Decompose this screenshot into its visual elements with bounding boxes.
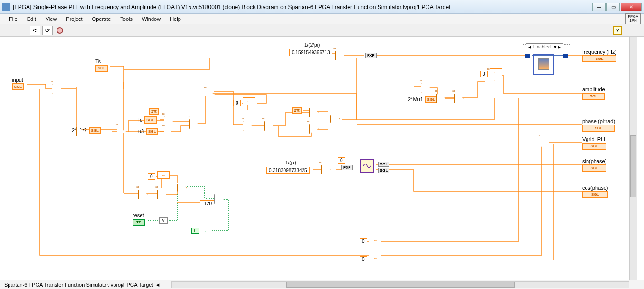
- probe-mode-label: Enabled: [531, 44, 553, 49]
- feedback-node-5[interactable]: ←: [369, 254, 381, 261]
- menu-operate[interactable]: Operate: [88, 15, 115, 23]
- titlebar[interactable]: [FPGA] Single-Phase PLL with Frequency a…: [0, 0, 644, 14]
- neg120-const[interactable]: -120: [200, 200, 214, 207]
- zero-const-6[interactable]: 0: [338, 157, 345, 164]
- false-const[interactable]: F: [191, 228, 199, 234]
- feedback-node-2[interactable]: ←: [157, 171, 170, 179]
- sin-type: SGL: [582, 164, 606, 172]
- feedback-node-4[interactable]: ←: [369, 236, 381, 243]
- freq-terminal[interactable]: frequency (Hz) SGL: [582, 49, 616, 62]
- zero-const-3[interactable]: 0: [480, 71, 488, 77]
- select-node-2[interactable]: [177, 183, 187, 193]
- menu-file[interactable]: File: [5, 15, 21, 23]
- status-arrow[interactable]: ◄: [155, 282, 160, 288]
- menubar: File Edit View Project Operate Tools Win…: [0, 14, 644, 24]
- statusbar: Spartan-6 FPGA Transfer Function Simulat…: [0, 280, 644, 289]
- multiply-vgrid[interactable]: ∞: [540, 138, 549, 148]
- add-op-r1[interactable]: ∞: [454, 94, 464, 103]
- zero-const-5[interactable]: 0: [360, 256, 367, 262]
- twopi-const-2[interactable]: 2π: [292, 107, 302, 114]
- input-terminal[interactable]: input SGL: [12, 77, 24, 90]
- ts-type: SGL: [95, 65, 108, 72]
- close-button[interactable]: ✕: [621, 3, 642, 11]
- multiply-ll1[interactable]: ∞: [138, 190, 148, 199]
- probe-conn-left: [525, 54, 530, 58]
- menu-view[interactable]: View: [42, 15, 61, 23]
- multiply-op-mid[interactable]: ∞: [321, 165, 331, 174]
- multiply-op-r2[interactable]: ∞: [436, 94, 446, 103]
- invpi-label: 1/(pi): [285, 160, 296, 165]
- fc-terminal[interactable]: fc SGL: [138, 116, 157, 124]
- multiply-op-r1[interactable]: ∞: [421, 83, 430, 93]
- multiply-op-5[interactable]: ∞: [164, 128, 173, 137]
- feedback-node-bool[interactable]: ←: [200, 227, 212, 234]
- sincos-function[interactable]: [360, 159, 374, 173]
- compare-op[interactable]: [309, 108, 319, 117]
- run-button[interactable]: ➪: [30, 26, 40, 35]
- amp-label: amplitude: [582, 87, 605, 92]
- vertical-scrollbar[interactable]: [629, 37, 637, 280]
- multiply-op-1[interactable]: ∞: [52, 84, 61, 94]
- probe-mode-selector[interactable]: ◀ Enabled ▼ ▶: [526, 43, 563, 50]
- multiply-op-2[interactable]: ∞: [76, 127, 86, 136]
- window-title: [FPGA] Single-Phase PLL with Frequency a…: [13, 4, 592, 10]
- zero-const-2[interactable]: 0: [148, 173, 155, 180]
- vscroll-thumb[interactable]: [630, 135, 636, 197]
- menu-edit[interactable]: Edit: [23, 15, 40, 23]
- feedback-node-1[interactable]: ←: [243, 97, 255, 105]
- vgrid-terminal[interactable]: Vgrid_PLL SGL: [582, 136, 606, 150]
- mu1-type: SGL: [425, 96, 437, 103]
- or-node[interactable]: v: [159, 217, 168, 224]
- fxp-tag-1: FXP: [365, 53, 377, 58]
- cos-type: SGL: [582, 191, 608, 198]
- menu-help[interactable]: Help: [166, 15, 185, 23]
- phase-type: SGL: [582, 125, 615, 132]
- add-op-3[interactable]: ∞: [264, 121, 274, 131]
- toolbar: ➪ ⟳ ?: [0, 24, 644, 37]
- sin-terminal[interactable]: sin(phase) SGL: [582, 158, 606, 172]
- menu-tools[interactable]: Tools: [116, 15, 136, 23]
- probe-conn-right: [563, 54, 568, 58]
- abort-button[interactable]: [57, 27, 63, 34]
- select-node-1[interactable]: [330, 114, 340, 124]
- zero-const-1[interactable]: 0: [233, 100, 241, 106]
- hscroll-thumb[interactable]: [286, 282, 515, 288]
- menu-window[interactable]: Window: [138, 15, 164, 23]
- amp-terminal[interactable]: amplitude SGL: [582, 87, 605, 100]
- compare-lt[interactable]: [214, 194, 224, 204]
- mu1-terminal[interactable]: 2*Mu1 SGL: [408, 96, 437, 103]
- multiply-op-3[interactable]: ∞: [117, 127, 126, 136]
- multiply-op-4[interactable]: ∞: [164, 116, 173, 126]
- help-button[interactable]: ?: [613, 26, 622, 35]
- phase-terminal[interactable]: phase (pi*rad) SGL: [582, 118, 615, 132]
- wave-icon: [362, 161, 372, 171]
- menu-project[interactable]: Project: [62, 15, 86, 23]
- add-op-r2[interactable]: ∞: [489, 72, 498, 81]
- reset-terminal[interactable]: reset TF: [133, 212, 145, 226]
- fc-label: fc: [138, 117, 142, 123]
- run-continuous-button[interactable]: ⟳: [42, 26, 53, 35]
- multiply-op-top[interactable]: ∞: [335, 51, 345, 60]
- multiply-op-6[interactable]: ∞: [243, 121, 252, 131]
- horizontal-scrollbar[interactable]: [171, 281, 629, 288]
- cos-terminal[interactable]: cos(phase) SGL: [582, 185, 608, 198]
- invpi-const[interactable]: 0.3183098733425: [266, 167, 310, 174]
- ts-terminal[interactable]: Ts SGL: [95, 58, 108, 72]
- add-op-1[interactable]: ∞: [189, 119, 199, 129]
- probe-display[interactable]: [533, 54, 554, 75]
- sgl-tag-1: SGL: [378, 162, 389, 167]
- reset-type: TF: [133, 219, 145, 226]
- u3-terminal[interactable]: u3 SGL: [138, 128, 158, 135]
- minimize-button[interactable]: —: [592, 3, 606, 11]
- mu2-type: SGL: [89, 127, 101, 134]
- twopi-const-1[interactable]: 2π: [149, 108, 159, 115]
- subtract-op-1[interactable]: ∞: [309, 124, 319, 134]
- add-ll1[interactable]: ∞: [157, 190, 167, 199]
- inv2pi-const[interactable]: 0.1591549366713: [289, 49, 332, 56]
- block-diagram-canvas[interactable]: input SGL Ts SGL 2*Mu2 SGL fc SGL u3 SGL: [0, 37, 644, 280]
- amp-type: SGL: [582, 93, 605, 100]
- u3-type: SGL: [146, 128, 158, 135]
- maximize-button[interactable]: ▭: [606, 3, 620, 11]
- zero-const-4[interactable]: 0: [360, 238, 367, 244]
- add-op-2[interactable]: ∞: [206, 90, 215, 99]
